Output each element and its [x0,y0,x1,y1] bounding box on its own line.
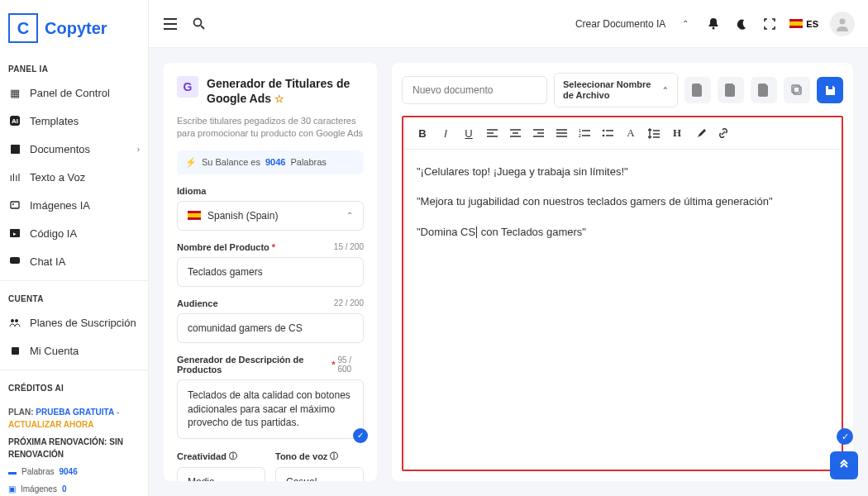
flag-es-icon [188,211,201,220]
svg-text:▸: ▸ [13,231,17,236]
chevron-up-icon: ⌃ [346,211,353,220]
svg-rect-7 [10,257,20,264]
next-renewal: PRÓXIMA RENOVACIÓN: SIN RENOVACIÓN [8,436,140,460]
export-pdf-icon[interactable] [718,77,744,103]
chevron-right-icon: › [137,145,140,154]
audio-icon: ılıl [8,170,21,184]
bell-icon[interactable] [705,16,722,32]
credits-images: ▣ Imágenes 0 [8,483,140,495]
align-center-icon[interactable] [508,126,522,141]
chat-icon [8,255,21,268]
link-icon[interactable] [716,126,731,141]
images-icon: ▣ [8,483,16,495]
sidebar-item-label: Código IA [30,227,77,240]
logo[interactable]: C Copyter [0,0,148,56]
export-txt-icon[interactable] [751,77,777,103]
plan-info: PLAN: PRUEBA GRATUITA - ACTUALIZAR AHORA [8,406,140,431]
sidebar-item-label: Documentos [30,143,90,155]
create-doc-label[interactable]: Crear Documento IA [575,18,665,30]
sidebar-item-tts[interactable]: ılıl Texto a Voz [0,163,148,191]
export-word-icon[interactable] [684,77,711,103]
search-icon[interactable] [190,16,207,32]
code-icon: ▸ [8,227,21,240]
svg-point-20 [603,135,605,137]
sidebar-item-account[interactable]: Mi Cuenta [0,336,148,365]
language-selector[interactable]: ES [789,19,818,29]
logo-mark: C [8,13,38,43]
line-height-icon[interactable] [646,126,661,141]
info-icon[interactable]: ⓘ [330,451,338,462]
svg-rect-3 [11,202,19,208]
images-icon [8,198,21,212]
balance-box: ⚡ Su Balance es 9046 Palabras [177,150,364,174]
language-label: Idioma [177,186,364,196]
tool-description: Escribe titulares pegadizos de 30 caract… [177,115,364,141]
align-right-icon[interactable] [531,126,546,141]
sidebar-item-documents[interactable]: Documentos › [0,135,148,163]
tone-select[interactable]: Casual ⌄ [275,467,364,481]
editor-line: "Domina CS con Teclados gamers" [417,223,828,241]
svg-point-4 [12,203,14,205]
chevron-up-icon[interactable]: ⌃ [677,16,694,32]
svg-rect-2 [11,145,20,154]
tool-badge: G [177,76,198,98]
ordered-list-icon[interactable]: 12 [577,126,592,141]
brush-icon[interactable] [693,126,708,141]
sidebar-item-label: Mi Cuenta [30,345,79,357]
account-icon [8,344,21,357]
sidebar-item-label: Imágenes IA [30,199,90,212]
float-check-button[interactable]: ✓ [837,428,853,445]
svg-point-8 [11,319,14,322]
creativity-label: Creatividad ⓘ [177,451,265,462]
svg-rect-10 [12,347,19,355]
language-select[interactable]: Spanish (Spain) ⌃ [177,201,364,231]
sidebar-item-code[interactable]: ▸ Código IA [0,219,148,247]
plan-name-link[interactable]: PRUEBA GRATUITA [36,408,114,417]
credits-section: CRÉDITOS AI [0,375,148,398]
sidebar-item-dashboard[interactable]: ▦ Panel de Control [0,79,148,107]
bold-icon[interactable]: B [415,126,430,141]
save-button[interactable] [817,77,843,103]
upgrade-link[interactable]: ACTUALIZAR AHORA [8,420,94,429]
copy-icon[interactable] [784,77,810,103]
file-select[interactable]: Seleecionar Nombre de Archivo ⌃ [554,73,678,107]
audience-input[interactable]: comunidad gamers de CS [177,313,364,343]
doc-name-input[interactable] [402,76,547,104]
sidebar-item-images[interactable]: Imágenes IA [0,191,148,219]
plans-icon [8,316,21,329]
svg-text:AI: AI [12,117,18,125]
logo-text: Copyter [45,19,107,38]
menu-toggle-icon[interactable] [162,16,179,32]
heading-icon[interactable]: H [670,126,684,141]
desc-textarea[interactable]: Teclados de alta calidad con botones adi… [177,379,364,439]
desc-label: Generador de Descripción de Productos* 9… [177,355,364,374]
italic-icon[interactable]: I [438,126,453,141]
svg-line-12 [201,26,204,29]
words-icon: ▬ [8,465,17,478]
sidebar-item-label: Texto a Voz [30,171,85,184]
fullscreen-icon[interactable] [761,16,778,32]
align-left-icon[interactable] [484,126,499,141]
documents-icon [8,142,21,155]
avatar[interactable] [830,12,855,36]
sidebar-item-templates[interactable]: AI Templates [0,107,148,135]
align-justify-icon[interactable] [554,126,569,141]
moon-icon[interactable] [733,16,750,32]
product-label: Nombre del Producto* 15 / 200 [177,242,364,252]
product-input[interactable]: Teclados gamers [177,257,364,287]
dashboard-icon: ▦ [8,86,21,99]
editor-content[interactable]: "¡Celulares top! ¡Juega y trabaja sin lí… [403,150,842,265]
chevron-up-icon: ⌃ [662,86,669,95]
underline-icon[interactable]: U [461,126,476,141]
info-icon[interactable]: ⓘ [229,451,237,462]
creativity-select[interactable]: Media ⌄ [177,467,265,481]
scroll-top-button[interactable] [830,451,858,479]
sidebar-item-plans[interactable]: Planes de Suscripción [0,308,148,336]
tool-title: Generador de Titulares de Google Ads ☆ [207,76,364,107]
bolt-icon: ⚡ [185,157,197,168]
font-size-icon[interactable]: A [623,126,638,141]
sidebar-item-chat[interactable]: Chat IA [0,247,148,275]
unordered-list-icon[interactable] [600,126,615,141]
chevron-down-icon: ⌄ [248,478,255,481]
star-icon[interactable]: ☆ [274,93,284,105]
